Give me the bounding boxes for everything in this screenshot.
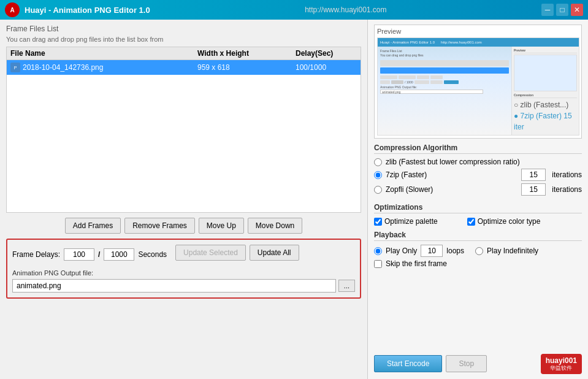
frame-delay-denominator[interactable] [104, 248, 134, 261]
col-filename: File Name [10, 49, 197, 58]
compression-title: Compression Algorithm [374, 144, 582, 154]
start-encode-button[interactable]: Start Encode [374, 355, 442, 372]
frame-delay-row: Frame Delays: / Seconds Update Selected … [12, 245, 355, 264]
playback-title: Playback [374, 231, 582, 241]
skip-row: Skip the first frame [374, 259, 582, 268]
frame-delay-label: Frame Delays: [12, 250, 60, 259]
delay-separator: / [98, 250, 100, 259]
update-all-button[interactable]: Update All [250, 245, 299, 261]
skip-first-frame-label: Skip the first frame [386, 259, 447, 268]
play-indefinitely-radio[interactable] [475, 247, 483, 255]
file-list-header: File Name Width x Height Delay(Sec) [6, 47, 361, 59]
compression-7zip-radio[interactable] [374, 171, 382, 179]
table-row[interactable]: P 2018-10-04_142736.png 588 x 379 100/10… [7, 60, 361, 75]
optimizations-title: Optimizations [374, 203, 582, 213]
playback-section: Playback Play Only loops Play Indefinite… [374, 231, 582, 268]
preview-image: Huayi - Animation PNG Editor 1.0 http://… [377, 37, 579, 136]
logo-line2: 华益软件 [546, 365, 577, 372]
optimizations-section: Optimizations Optimize palette Optimize … [374, 203, 582, 226]
window-controls: ─ □ ✕ [541, 4, 583, 16]
zopfli-iterations-label: iterations [552, 185, 582, 194]
title-bar: A Huayi - Animation PNG Editor 1.0 http:… [0, 0, 588, 20]
play-indefinitely-label: Play Indefinitely [487, 247, 538, 255]
add-frames-button[interactable]: Add Frames [65, 218, 121, 234]
frame-controls-box: Frame Delays: / Seconds Update Selected … [6, 239, 361, 299]
section-title: Frame Files List [6, 25, 361, 33]
preview-mini-text: Frame Files ListYou can drag and drop pn… [380, 49, 509, 58]
preview-minibar: Huayi - Animation PNG Editor 1.0 http://… [378, 38, 579, 47]
encode-controls: Start Encode Stop [374, 355, 487, 372]
file-delay: 100/1000 [296, 63, 357, 72]
col-delay: Delay(Sec) [296, 49, 357, 58]
compression-7zip-row: 7zip (Faster) iterations [374, 169, 582, 181]
output-row: ... [12, 279, 355, 293]
optimize-palette-item: Optimize palette [374, 217, 438, 226]
7zip-iterations-input[interactable] [521, 169, 546, 181]
skip-first-frame-checkbox[interactable] [374, 260, 382, 268]
play-only-radio[interactable] [374, 247, 382, 255]
preview-minibar-text: Huayi - Animation PNG Editor 1.0 http://… [380, 40, 482, 44]
close-button[interactable]: ✕ [571, 4, 583, 16]
compression-7zip-label: 7zip (Faster) [386, 170, 427, 179]
compression-zlib-row: zlib (Fastest but lower compression rati… [374, 158, 582, 166]
huayi-logo: huayi001 华益软件 [541, 354, 582, 374]
update-selected-button[interactable]: Update Selected [175, 245, 246, 261]
stop-button[interactable]: Stop [446, 355, 487, 372]
preview-title: Preview [377, 28, 579, 35]
right-panel: Preview Huayi - Animation PNG Editor 1.0… [367, 20, 588, 379]
png-icon: P [10, 63, 20, 72]
frame-delay-numerator[interactable] [64, 248, 94, 261]
optimize-palette-checkbox[interactable] [374, 218, 382, 226]
app-logo: A [5, 2, 20, 17]
maximize-button[interactable]: □ [556, 4, 568, 16]
app-title: Huayi - Animation PNG Editor 1.0 [25, 6, 150, 15]
compression-zopfli-radio[interactable] [374, 186, 382, 194]
preview-mini-controls: / 1000 Animation PNG Output file: animat… [380, 75, 509, 94]
compression-section: Compression Algorithm zlib (Fastest but … [374, 144, 582, 198]
preview-content: Frame Files ListYou can drag and drop pn… [378, 47, 579, 135]
move-up-button[interactable]: Move Up [199, 218, 244, 234]
optimize-color-type-label: Optimize color type [478, 217, 541, 226]
move-down-button[interactable]: Move Down [248, 218, 302, 234]
remove-frames-button[interactable]: Remove Frames [124, 218, 195, 234]
file-name-cell: P 2018-10-04_142736.png [10, 63, 197, 72]
left-panel: Frame Files List You can drag and drop p… [0, 20, 367, 379]
drag-hint: You can drag and drop png files into the… [6, 36, 361, 43]
file-dimensions: 588 x 379 [197, 63, 296, 72]
zopfli-iterations-input[interactable] [521, 183, 546, 196]
browse-button[interactable]: ... [338, 280, 355, 292]
optimize-color-type-checkbox[interactable] [467, 218, 475, 226]
file-list[interactable]: P 2018-10-04_142736.png 588 x 379 100/10… [6, 59, 361, 213]
play-only-label: Play Only [386, 247, 417, 255]
preview-mini-item-selected [380, 67, 509, 74]
file-name: 2018-10-04_142736.png [23, 63, 103, 72]
preview-right: Preview Compression ○ zlib (Fastest...) … [511, 47, 579, 135]
app-url: http://www.huayi001.com [305, 6, 386, 14]
minimize-button[interactable]: ─ [541, 4, 554, 16]
update-buttons: Update Selected Update All [175, 245, 299, 261]
preview-left: Frame Files ListYou can drag and drop pn… [378, 47, 511, 135]
optimize-palette-label: Optimize palette [384, 217, 438, 226]
preview-inner: Huayi - Animation PNG Editor 1.0 http://… [378, 38, 579, 135]
loops-input[interactable] [421, 245, 443, 257]
optimizations-row: Optimize palette Optimize color type [374, 217, 582, 226]
compression-zopfli-row: Zopfli (Slower) iterations [374, 183, 582, 196]
bottom-bar: Start Encode Stop huayi001 华益软件 [374, 350, 582, 374]
optimize-color-type-item: Optimize color type [467, 217, 541, 226]
output-file-input[interactable] [12, 279, 336, 293]
compression-zlib-label: zlib (Fastest but lower compression rati… [386, 158, 520, 166]
logo-line1: huayi001 [546, 356, 577, 365]
col-dimensions: Width x Height [197, 49, 296, 58]
compression-zopfli-label: Zopfli (Slower) [386, 185, 433, 194]
preview-mini-list [380, 60, 509, 74]
playback-row: Play Only loops Play Indefinitely [374, 245, 582, 257]
frame-action-buttons: Add Frames Remove Frames Move Up Move Do… [6, 218, 361, 234]
delay-unit: Seconds [138, 250, 167, 259]
loops-unit-label: loops [446, 247, 464, 255]
7zip-iterations-label: iterations [552, 170, 582, 179]
preview-section: Preview Huayi - Animation PNG Editor 1.0… [374, 25, 582, 139]
preview-mini-list-header [380, 60, 509, 66]
compression-zlib-radio[interactable] [374, 158, 382, 166]
output-label: Animation PNG Output file: [12, 269, 355, 277]
